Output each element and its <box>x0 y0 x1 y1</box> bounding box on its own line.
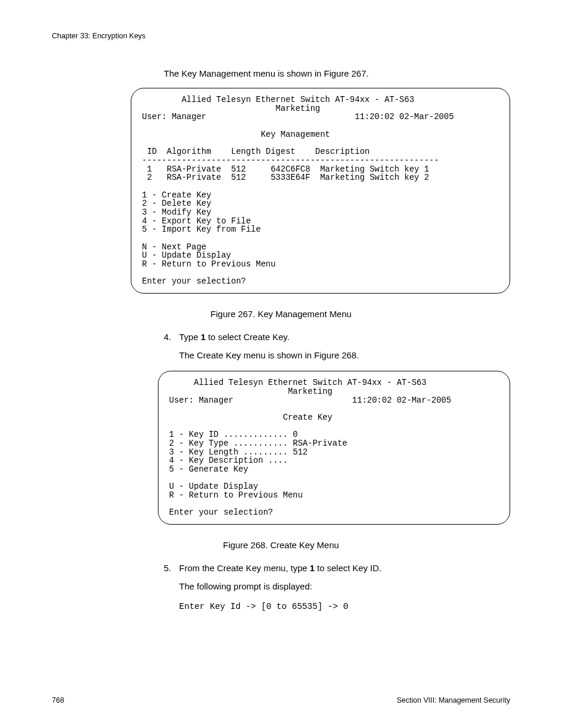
terminal-key-management: Allied Telesyn Ethernet Switch AT-94xx -… <box>131 88 510 294</box>
page-number: 768 <box>52 696 64 704</box>
figure-caption-267: Figure 267. Key Management Menu <box>52 309 510 319</box>
page-footer: 768 Section VIII: Management Security <box>52 696 510 704</box>
chapter-header: Chapter 33: Encryption Keys <box>52 32 510 40</box>
intro-text: The Key Management menu is shown in Figu… <box>164 68 510 78</box>
step-subtext: The Create Key menu is shown in Figure 2… <box>179 350 510 360</box>
text-part: Type <box>179 332 201 342</box>
step-number: 4. <box>164 332 179 342</box>
text-part: From the Create Key menu, type <box>179 563 310 573</box>
prompt-line: Enter Key Id -> [0 to 65535] -> 0 <box>179 602 510 611</box>
page: Chapter 33: Encryption Keys The Key Mana… <box>0 0 562 728</box>
bold-key: 1 <box>201 332 206 342</box>
step-number: 5. <box>164 563 179 573</box>
step-4: 4. Type 1 to select Create Key. The Crea… <box>164 332 510 360</box>
step-subtext: The following prompt is displayed: <box>179 581 510 591</box>
text-part: to select Key ID. <box>315 563 381 573</box>
step-text: From the Create Key menu, type 1 to sele… <box>179 563 510 573</box>
step-5: 5. From the Create Key menu, type 1 to s… <box>164 563 510 591</box>
terminal-create-key: Allied Telesyn Ethernet Switch AT-94xx -… <box>158 371 510 525</box>
figure-caption-268: Figure 268. Create Key Menu <box>52 540 510 550</box>
bold-key: 1 <box>310 563 315 573</box>
step-text: Type 1 to select Create Key. <box>179 332 510 342</box>
section-label: Section VIII: Management Security <box>397 696 510 704</box>
text-part: to select Create Key. <box>206 332 289 342</box>
